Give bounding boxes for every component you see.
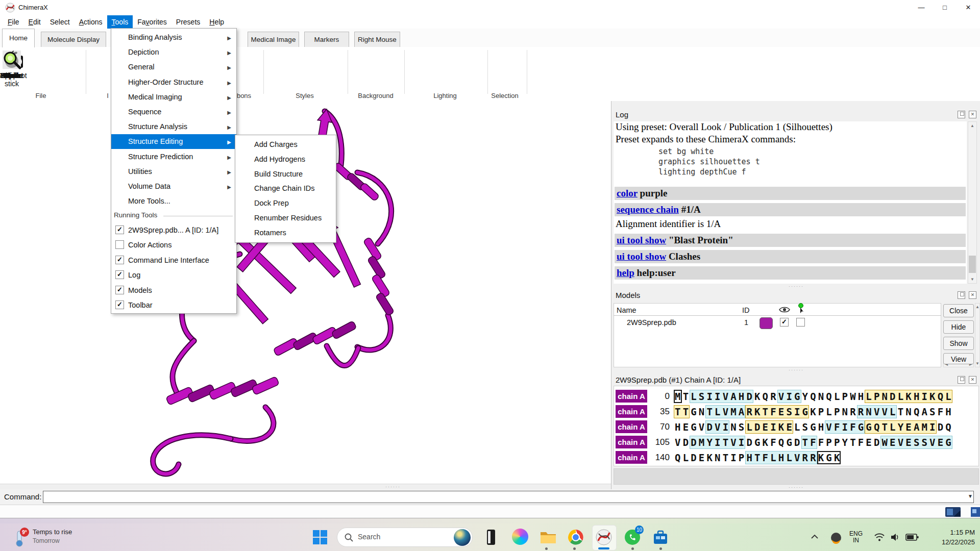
sequence-row[interactable]: TTGNTLVMARKTFESIGKPLPNRRNVVLTNQASFH — [674, 405, 952, 418]
sequence-segment[interactable]: QLDEKNTIP — [674, 451, 745, 464]
tools-menu-item-structure-editing[interactable]: Structure Editing▶ — [111, 134, 236, 149]
sequence-row[interactable]: MTLSIIVAHDKQRVIGYQNQLPWHLPNDLKHIKQL — [674, 390, 952, 403]
submenu-item-rotamers[interactable]: Rotamers — [235, 226, 336, 240]
menu-favorites[interactable]: Favorites — [133, 15, 172, 29]
models-splitter[interactable]: ······ — [789, 284, 804, 289]
menu-presets[interactable]: Presets — [172, 15, 205, 29]
sequence-segment-strand[interactable]: DMYITVI — [690, 436, 745, 449]
menu-help[interactable]: Help — [205, 15, 229, 29]
log-command-entry[interactable]: color purple — [615, 187, 966, 200]
tray-chevron-icon[interactable] — [811, 534, 819, 540]
tab-home[interactable]: Home — [2, 29, 35, 47]
sequence-segment-helix[interactable]: TT — [674, 405, 690, 418]
running-tool-checkbox[interactable]: ✓ — [115, 300, 124, 309]
sequence-segment-strand[interactable]: TF — [801, 436, 817, 449]
tools-menu-item-depiction[interactable]: Depiction▶ — [111, 45, 236, 60]
sequence-segment[interactable]: T — [682, 390, 690, 403]
weather-subtext[interactable]: Tomorrow — [33, 537, 60, 544]
tab-medical-image[interactable]: Medical Image — [248, 32, 299, 47]
model-selected-checkbox[interactable] — [796, 318, 805, 327]
menu-edit[interactable]: Edit — [24, 15, 45, 29]
sequence-segment-strand[interactable]: LSIIVAHD — [690, 390, 753, 403]
models-view-button[interactable]: View — [943, 353, 974, 364]
tray-sync-icon[interactable] — [830, 532, 842, 544]
phone-link-icon[interactable] — [482, 529, 500, 546]
tools-menu-item-sequence[interactable]: Sequence▶ — [111, 105, 236, 119]
chimerax-taskbar-icon[interactable] — [595, 529, 612, 546]
battery-icon[interactable] — [905, 533, 919, 541]
scroll-up-icon[interactable]: ▲ — [968, 123, 976, 128]
models-show-button[interactable]: Show — [943, 337, 974, 350]
menu-tools[interactable]: Tools — [107, 15, 133, 29]
log-command-entry[interactable]: help help:user — [615, 266, 966, 280]
log-close-icon[interactable]: ✕ — [969, 111, 976, 118]
sequence-row[interactable]: HEGVDVINSLDEIKELSGHVFIFGGQTLYEAMIDQ — [674, 420, 952, 434]
running-tool-checkbox[interactable]: ✓ — [115, 226, 124, 234]
chrome-icon[interactable] — [567, 529, 584, 546]
tools-menu-item-more-tools-[interactable]: More Tools... — [111, 194, 236, 209]
running-tool-checkbox[interactable]: ✓ — [115, 256, 124, 264]
submenu-item-build-structure[interactable]: Build Structure — [235, 167, 336, 182]
sequence-segment[interactable]: VD — [674, 436, 690, 449]
chain-label-badge[interactable]: chain A — [616, 390, 647, 403]
running-tool-color-actions[interactable]: Color Actions — [111, 238, 236, 253]
sequence-segment-helix[interactable]: GQTLYEAMI — [865, 420, 936, 434]
scroll-down-icon[interactable]: ▼ — [968, 277, 976, 282]
log-command-link[interactable]: ui tool show — [617, 235, 666, 245]
tools-menu-item-medical-imaging[interactable]: Medical Imaging▶ — [111, 90, 236, 105]
command-dropdown-icon[interactable]: ▼ — [968, 493, 973, 499]
menu-file[interactable]: File — [3, 15, 24, 29]
minimize-button[interactable]: — — [910, 0, 933, 15]
sequence-splitter[interactable]: ······ — [789, 367, 804, 372]
submenu-item-add-charges[interactable]: Add Charges — [235, 137, 336, 152]
log-scroll-thumb[interactable] — [969, 256, 976, 273]
sequence-segment-strand[interactable]: HTFLHLVRR — [745, 451, 817, 464]
windows-start-icon[interactable] — [312, 530, 328, 545]
sequence-segment[interactable]: KQR — [753, 390, 777, 403]
chain-label-badge[interactable]: chain A — [616, 451, 647, 464]
sequence-segment[interactable]: YQNQLPWH — [801, 390, 865, 403]
sequence-segment[interactable]: NS — [729, 420, 745, 434]
tools-menu-item-higher-order-structure[interactable]: Higher-Order Structure▶ — [111, 75, 236, 90]
sequence-float-icon[interactable] — [958, 376, 965, 384]
bing-daily-image-icon[interactable] — [454, 529, 471, 546]
log-command-entry[interactable]: ui tool show Clashes — [615, 250, 966, 263]
tab-markers[interactable]: Markers — [304, 32, 349, 47]
tools-menu-item-binding-analysis[interactable]: Binding Analysis▶ — [111, 30, 236, 45]
model-row-name[interactable]: 2W9Sprep.pdb — [627, 318, 676, 327]
models-table[interactable] — [614, 303, 941, 367]
sequence-segment-strand[interactable]: DVI — [705, 420, 729, 434]
submenu-item-renumber-residues[interactable]: Renumber Residues — [235, 211, 336, 226]
sequence-segment-boxed[interactable]: KGK — [817, 451, 841, 464]
close-button[interactable]: ✕ — [957, 0, 980, 15]
models-close-icon[interactable]: ✕ — [969, 291, 976, 299]
chain-label-badge[interactable]: chain A — [616, 405, 647, 418]
weather-headline[interactable]: Temps to rise — [33, 528, 72, 536]
model-color-swatch[interactable] — [760, 317, 773, 329]
command-input[interactable] — [43, 491, 974, 503]
sequence-segment[interactable]: HEGV — [674, 420, 705, 434]
maximize-button[interactable]: □ — [933, 0, 957, 15]
tab-right-mouse[interactable]: Right Mouse — [354, 32, 400, 47]
tools-menu-item-structure-analysis[interactable]: Structure Analysis▶ — [111, 119, 236, 134]
tools-menu-item-utilities[interactable]: Utilities▶ — [111, 164, 236, 179]
menu-actions[interactable]: Actions — [75, 15, 107, 29]
log-float-icon[interactable] — [958, 111, 965, 118]
log-command-entry[interactable]: sequence chain #1/A — [615, 203, 966, 216]
sequence-segment-boxed[interactable]: M — [674, 390, 682, 403]
model-shown-checkbox[interactable]: ✓ — [780, 318, 789, 327]
sequence-segment[interactable]: DGKFQGD — [745, 436, 801, 449]
log-scrollbar[interactable]: ▲ ▼ — [968, 121, 977, 284]
log-command-entry[interactable]: ui tool show "Blast Protein" — [615, 234, 966, 247]
models-hide-button[interactable]: Hide — [943, 320, 974, 334]
sequence-segment[interactable]: GN — [690, 405, 705, 418]
log-command-link[interactable]: ui tool show — [617, 251, 666, 262]
copilot-icon[interactable] — [512, 529, 528, 545]
tools-menu-item-general[interactable]: General▶ — [111, 60, 236, 74]
status-corner-icon[interactable] — [971, 507, 980, 517]
models-float-icon[interactable] — [958, 291, 965, 299]
log-command-link[interactable]: sequence chain — [617, 204, 679, 215]
menu-select[interactable]: Select — [45, 15, 75, 29]
sequence-segment[interactable]: DQ — [937, 420, 952, 434]
search-box[interactable]: Search — [337, 528, 473, 547]
